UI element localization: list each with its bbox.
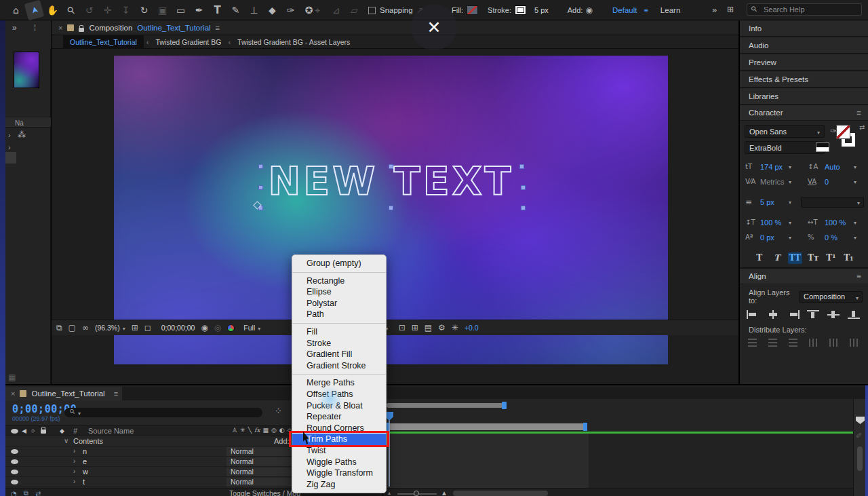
menu-item-gradient-fill[interactable]: Gradient Fill: [292, 349, 386, 360]
expand-render-icon[interactable]: ⧉: [24, 489, 28, 496]
blend-mode-select[interactable]: Normal: [226, 478, 293, 487]
horizontal-scrollbar-thumb[interactable]: [453, 491, 548, 496]
tab-close-icon[interactable]: ×: [11, 389, 15, 398]
home-icon[interactable]: ⌂: [7, 2, 24, 18]
stroke-width-value[interactable]: 5 px: [534, 6, 549, 14]
show-snapshot-icon[interactable]: ◎: [214, 323, 221, 332]
comp-marker-bin-icon[interactable]: [856, 417, 865, 424]
align-h-center-button[interactable]: [767, 310, 779, 319]
align-bottom-button[interactable]: [848, 310, 860, 319]
sidebar-panel-effects-presets[interactable]: Effects & Presets: [740, 71, 868, 88]
stroke-style-select[interactable]: ▾: [801, 197, 864, 208]
breadcrumb-item[interactable]: Twisted Gradient BG - Asset Layers: [233, 38, 354, 46]
align-v-center-button[interactable]: [827, 310, 840, 319]
fx-icon[interactable]: fx: [254, 427, 260, 434]
frame-blend-icon[interactable]: ▦: [262, 427, 269, 434]
layer-expand-icon[interactable]: ›: [73, 457, 75, 465]
menu-item-rectangle[interactable]: Rectangle: [292, 275, 386, 287]
leading-value[interactable]: Auto: [825, 163, 840, 171]
label-column-icon[interactable]: ◆: [60, 427, 64, 434]
all-caps-button[interactable]: TT: [788, 252, 802, 264]
tracking-value[interactable]: 0: [825, 178, 829, 186]
timeline-tab[interactable]: × Outline_Text_Tutorial ≡: [5, 387, 122, 400]
selection-handle[interactable]: [521, 185, 526, 190]
selection-tool-icon[interactable]: ➤: [24, 0, 45, 20]
screen-mode-icon[interactable]: ▢: [68, 323, 76, 332]
baseline-shift-value[interactable]: 0 px: [760, 233, 774, 242]
zoom-in-mountain-icon[interactable]: ▲: [441, 489, 448, 496]
zoom-slider-knob[interactable]: [414, 491, 419, 496]
brush-tool-icon[interactable]: ✎: [227, 2, 244, 18]
solo-column-icon[interactable]: ○: [31, 427, 35, 434]
breadcrumb-item[interactable]: Twisted Gradient BG: [152, 38, 226, 46]
blend-mode-select[interactable]: Normal: [226, 468, 293, 476]
selection-handle[interactable]: [521, 206, 526, 210]
layer-visibility-icon[interactable]: [11, 480, 18, 484]
work-area-bar[interactable]: [389, 423, 585, 430]
magnification-select[interactable]: (96.3%): [95, 324, 125, 332]
number-column[interactable]: #: [73, 427, 77, 435]
selection-handle[interactable]: [258, 185, 263, 190]
clone-stamp-tool-icon[interactable]: ⊥: [245, 2, 262, 18]
pixel-aspect-icon[interactable]: ⊞: [412, 323, 418, 332]
rulers-icon[interactable]: ▤: [425, 323, 432, 332]
vertical-scrollbar-thumb[interactable]: [857, 446, 863, 471]
selection-handle[interactable]: [519, 164, 524, 169]
snapping-checkbox[interactable]: [368, 7, 376, 14]
roto-brush-tool-icon[interactable]: ✑: [282, 2, 299, 18]
world-axis-mode-icon[interactable]: ⊿: [328, 2, 344, 18]
vertical-scale-value[interactable]: 100 %: [760, 218, 781, 227]
take-snapshot-icon[interactable]: ◉: [201, 323, 208, 332]
selection-handle[interactable]: [389, 206, 393, 210]
quality-icon[interactable]: ╲: [248, 427, 252, 434]
adjustment-icon[interactable]: ◐: [279, 427, 285, 434]
shy-icon[interactable]: ♙: [232, 427, 237, 434]
hand-tool-icon[interactable]: ✋: [44, 2, 61, 18]
layer-expand-icon[interactable]: ›: [73, 447, 75, 455]
workspace-overflow-icon[interactable]: »: [712, 5, 717, 15]
layer-expand-icon[interactable]: ›: [73, 468, 75, 475]
composition-mini-flowchart-icon[interactable]: ⁘: [275, 406, 282, 416]
stroke-width-value[interactable]: 5 px: [760, 198, 774, 206]
layer-expand-icon[interactable]: ›: [73, 478, 75, 485]
subscript-button[interactable]: T₁: [842, 252, 855, 264]
preview-quality-icon[interactable]: ⧉: [56, 323, 62, 332]
flowchart-icon[interactable]: ⁂: [18, 130, 26, 140]
work-area-end-handle[interactable]: [583, 423, 587, 431]
tsume-value[interactable]: 0 %: [825, 233, 837, 242]
local-axis-mode-icon[interactable]: ⌖: [309, 2, 326, 18]
panel-menu-icon[interactable]: ≡: [856, 105, 861, 120]
small-caps-button[interactable]: Tᴛ: [806, 252, 820, 264]
toggle-switches-button[interactable]: Toggle Switches / Mod: [229, 489, 300, 496]
channels-icon[interactable]: [227, 324, 235, 332]
tab-menu-icon[interactable]: ≡: [114, 389, 118, 398]
pan-camera-tool-icon[interactable]: ✛: [99, 2, 116, 18]
font-style-select[interactable]: ExtraBold▾: [745, 141, 825, 154]
mask-visibility-icon[interactable]: ∞: [82, 323, 89, 332]
layer-visibility-icon[interactable]: [11, 470, 18, 474]
menu-item-gradient-stroke[interactable]: Gradient Stroke: [292, 360, 386, 372]
type-tool-icon[interactable]: T: [209, 2, 226, 18]
panel-options-icon[interactable]: ⊞: [727, 5, 734, 14]
expand-transfer-icon[interactable]: ⇄: [35, 490, 41, 496]
align-top-button[interactable]: [807, 310, 819, 319]
zoom-tool-icon[interactable]: ⚲: [59, 0, 83, 22]
blend-mode-select[interactable]: Normal: [226, 447, 293, 456]
panel-menu-icon[interactable]: ≡: [856, 269, 861, 284]
exposure-value[interactable]: +0.0: [465, 324, 479, 332]
sidebar-panel-audio[interactable]: Audio: [740, 37, 868, 54]
search-help-input[interactable]: [747, 3, 862, 16]
collapse-chevron-icon[interactable]: ∨: [64, 437, 68, 444]
layer-visibility-icon[interactable]: [11, 459, 18, 464]
kerning-value[interactable]: Metrics: [760, 178, 784, 186]
pen-tool-icon[interactable]: ✒: [191, 2, 208, 18]
add-shape-button[interactable]: ◉: [585, 5, 592, 15]
workspace-default[interactable]: Default: [612, 6, 637, 14]
reset-exposure-icon[interactable]: ✳: [452, 323, 458, 332]
expand-chevron-icon[interactable]: ›: [8, 131, 11, 139]
lock-column-icon[interactable]: [41, 430, 46, 434]
menu-item-repeater[interactable]: Repeater: [292, 411, 386, 423]
superscript-button[interactable]: T¹: [824, 252, 837, 264]
dolly-camera-tool-icon[interactable]: ↧: [117, 2, 134, 18]
current-time-indicator-line[interactable]: [389, 420, 390, 487]
